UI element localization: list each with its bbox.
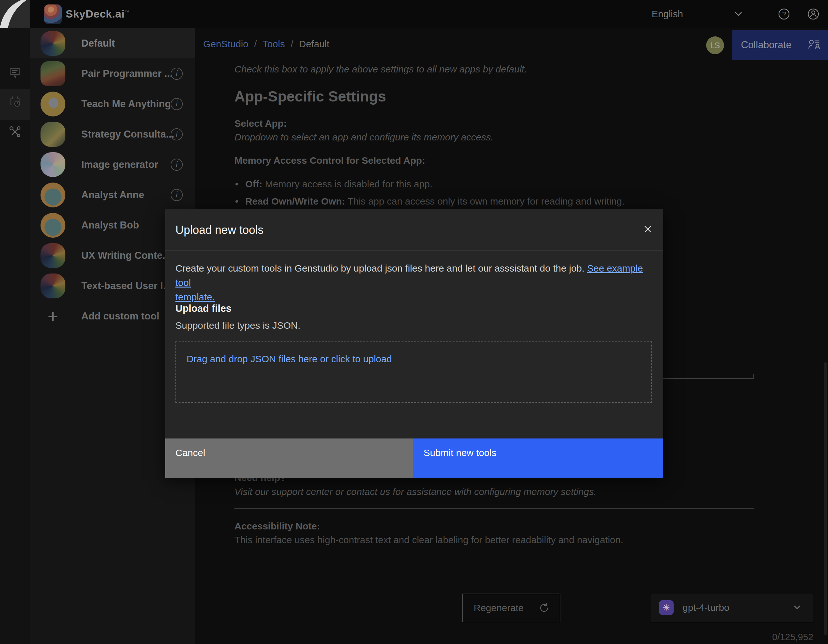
sidebar-item-pair-programmer[interactable]: Pair Programmer ... i [30,58,195,89]
language-selector[interactable]: English [652,9,683,19]
breadcrumb-genstudio[interactable]: GenStudio [203,39,248,49]
token-counter: 0/125,952 [651,632,813,642]
sidebar-item-label: Analyst Anne [82,189,144,201]
info-icon[interactable]: i [171,98,183,110]
trademark: ™ [125,9,130,15]
dropzone-label: Drag and drop JSON files here or click t… [187,353,392,364]
tool-avatar [41,243,65,268]
help-icon[interactable]: ? [777,7,791,21]
add-custom-tool-label: Add custom tool [82,311,160,322]
collaborate-label: Collaborate [741,39,792,51]
left-icon-rail [0,28,30,644]
bullet-lead: Off: [245,179,262,189]
sidebar-item-strategy-consultant[interactable]: Strategy Consulta... i [30,119,195,149]
brand-corner [0,0,30,28]
model-name: gpt-4-turbo [682,602,729,613]
sidebar-item-image-generator[interactable]: Image generator i [30,149,195,180]
bullet-text: Memory access is disabled for this app. [262,179,433,189]
upload-tools-modal: Upload new tools Create your custom tool… [165,209,663,478]
info-icon[interactable]: i [171,68,183,80]
tools-icon[interactable] [8,125,22,139]
accessibility-desc: This interface uses high-contrast text a… [234,534,623,545]
cancel-button[interactable]: Cancel [165,438,413,478]
memory-access-label: Memory Access Control for Selected App: [234,155,425,166]
sidebar-item-analyst-anne[interactable]: Analyst Anne i [30,180,195,210]
tool-avatar [41,152,65,177]
sidebar-item-label: Default [82,38,115,49]
plus-icon: + [41,304,65,329]
submit-new-tools-button[interactable]: Submit new tools [413,438,663,478]
link-line-2: template. [176,292,215,302]
tool-avatar [41,91,65,116]
modal-intro-text: Create your custom tools in Genstudio by… [176,263,587,273]
tool-avatar [41,273,65,298]
collaborate-button[interactable]: Collaborate [732,30,828,60]
skydeck-logo-icon [44,5,62,24]
select-app-desc: Dropdown to select an app and configure … [234,132,493,143]
tool-avatar [41,31,65,56]
sidebar-item-label: Analyst Bob [82,220,139,231]
user-avatar[interactable]: LS [706,36,724,54]
close-icon[interactable] [641,223,654,236]
modal-intro: Create your custom tools in Genstudio by… [176,261,653,304]
modal-title: Upload new tools [176,223,263,237]
bullet-lead: Read Own/Write Own: [245,196,345,206]
select-app-label: Select App: [234,118,287,129]
tool-avatar [41,213,65,238]
schedule-icon[interactable] [8,94,22,108]
accessibility-label: Accessibility Note: [234,521,320,532]
need-help-desc: Visit our support center or contact us f… [234,486,596,497]
breadcrumb-current: Default [299,39,329,49]
top-header-bar: SkyDeck.ai™ English ? [0,0,828,28]
checkbox-note: Check this box to apply the above settin… [234,64,527,75]
modal-header-divider [165,250,663,251]
collaborate-people-icon [807,38,821,52]
sidebar-item-label: Strategy Consulta... [82,129,174,140]
brand-name: SkyDeck.ai™ [66,8,130,20]
supported-types-note: Supported file types is JSON. [176,320,300,331]
brand-text: SkyDeck.ai [66,8,125,20]
divider-end-tick [753,374,754,379]
breadcrumb-separator: / [254,39,257,49]
regenerate-button[interactable]: Regenerate [462,594,560,622]
divider [234,508,754,509]
language-chevron-down-icon[interactable] [733,11,744,17]
info-icon[interactable]: i [171,128,183,140]
app-root: SkyDeck.ai™ English ? [0,0,828,644]
breadcrumb: GenStudio / Tools / Default [203,39,329,49]
regenerate-label: Regenerate [474,603,524,613]
sidebar-item-label: Teach Me Anything [82,98,171,110]
model-chevron-down-icon [792,605,803,611]
info-icon[interactable]: i [171,159,183,171]
openai-icon: ✳ [659,600,674,615]
breadcrumb-separator: / [290,39,293,49]
info-icon[interactable]: i [171,189,183,201]
bullet-read-own: Read Own/Write Own: This app can access … [245,196,624,207]
sidebar-item-default[interactable]: Default [30,28,195,58]
chat-icon[interactable] [8,65,22,80]
bullet-off: Off: Memory access is disabled for this … [245,179,433,190]
modal-footer: Cancel Submit new tools [165,438,663,478]
bullet-text: This app can access only its own memory … [345,196,625,206]
svg-text:?: ? [782,10,786,17]
tool-avatar [41,122,65,147]
model-selector[interactable]: ✳ gpt-4-turbo [651,594,813,622]
sidebar-item-label: Pair Programmer ... [82,68,172,80]
sidebar-item-label: Image generator [82,159,158,170]
swoosh-logo-icon [0,0,30,28]
upload-files-heading: Upload files [176,303,232,314]
sidebar-item-label: Text-based User I... [82,280,171,292]
sidebar-item-label: UX Writing Conte... [82,250,171,261]
tool-avatar [41,182,65,207]
file-dropzone[interactable]: Drag and drop JSON files here or click t… [176,341,652,403]
section-heading: App-Specific Settings [234,88,386,105]
breadcrumb-tools[interactable]: Tools [262,39,285,49]
account-icon[interactable] [806,7,820,21]
refresh-icon [539,603,550,613]
sidebar-item-teach-me-anything[interactable]: Teach Me Anything i [30,89,195,119]
page-scrollbar[interactable] [824,362,827,635]
tool-avatar [41,61,65,86]
